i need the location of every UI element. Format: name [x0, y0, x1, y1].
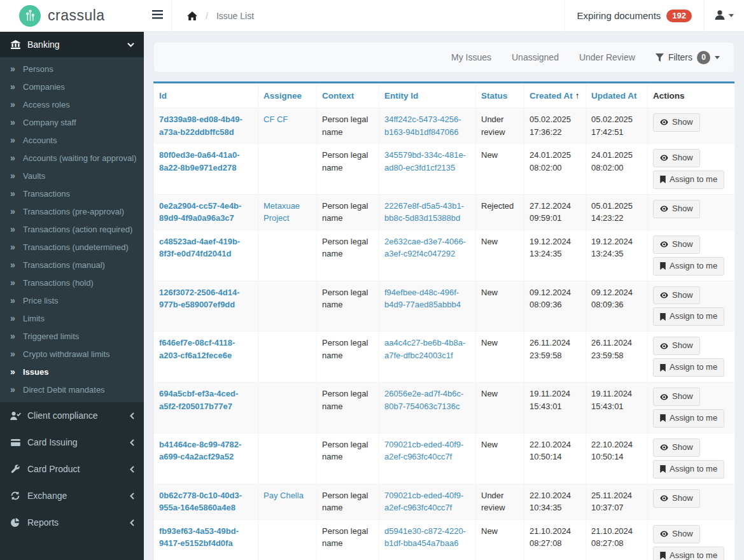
- home-icon[interactable]: [187, 11, 197, 20]
- column-header-created-at: Created At↑: [524, 84, 586, 108]
- sidebar-item-access-roles[interactable]: »Access roles: [0, 95, 144, 113]
- assign-to-me-button[interactable]: Assign to me: [653, 547, 724, 560]
- eye-icon: [660, 444, 668, 451]
- banking-submenu: »Persons»Companies»Access roles»Company …: [0, 57, 144, 402]
- breadcrumb-page: Issue List: [216, 11, 254, 21]
- sidebar-section-reports[interactable]: Reports: [0, 509, 144, 536]
- sidebar-section-exchange[interactable]: Exchange: [0, 482, 144, 509]
- assign-to-me-button[interactable]: Assign to me: [653, 171, 724, 189]
- sort-entity-id-link[interactable]: Entity Id: [384, 91, 418, 101]
- sort-id-link[interactable]: Id: [159, 91, 167, 101]
- issue-id-link[interactable]: 7d339a98-ed08-4b49-a73a-b22ddbffc58d: [159, 115, 242, 137]
- sidebar-item-transactions-action-required[interactable]: »Transactions (action required): [0, 220, 144, 238]
- show-button[interactable]: Show: [653, 286, 700, 305]
- assignee-link[interactable]: CF CF: [263, 115, 288, 124]
- table-row: f646ef7e-08cf-4118-a203-cf6a12fece6ePers…: [154, 332, 735, 382]
- tab-under-review[interactable]: Under Review: [579, 52, 635, 62]
- show-button[interactable]: Show: [653, 113, 700, 132]
- show-button[interactable]: Show: [653, 200, 700, 218]
- sidebar-section-card-product[interactable]: Card Product: [0, 456, 144, 482]
- assign-to-me-button[interactable]: Assign to me: [653, 257, 724, 276]
- sidebar-section-client-compliance[interactable]: Client compliance: [0, 402, 144, 429]
- tab-my-issues[interactable]: My Issues: [451, 52, 491, 62]
- brand[interactable]: crassula: [0, 0, 144, 31]
- created-at-cell: 09.12.2024 08:09:36: [524, 281, 586, 332]
- sort-assignee-link[interactable]: Assignee: [263, 91, 302, 101]
- sort-updated-at-link[interactable]: Updated At: [591, 91, 637, 101]
- created-at-cell: 27.12.2024 09:59:01: [524, 194, 586, 230]
- chevron-left-icon: [130, 439, 134, 446]
- show-button[interactable]: Show: [653, 438, 700, 457]
- issue-id-link[interactable]: 80f0ed3e-0a64-41a0-8a22-8b9e971ed278: [159, 150, 239, 172]
- entity-id-link[interactable]: 34ff242c-5473-4256-b163-94b1df847066: [384, 115, 461, 137]
- sidebar-item-accounts-waiting-for-approval[interactable]: »Accounts (waiting for approval): [0, 149, 144, 167]
- table-row: 80f0ed3e-0a64-41a0-8a22-8b9e971ed278Pers…: [154, 144, 735, 195]
- table-row: 0b62c778-0c10-40d3-955a-164e5860a4e8Pay …: [154, 484, 735, 519]
- sidebar-item-companies[interactable]: »Companies: [0, 78, 144, 95]
- sidebar-section-card-issuing[interactable]: Card Issuing: [0, 429, 144, 456]
- sidebar-item-issues[interactable]: »Issues: [0, 363, 144, 381]
- issue-id-link[interactable]: 694a5cbf-ef3a-4ced-a5f2-f205017b77e7: [159, 389, 238, 411]
- show-button[interactable]: Show: [653, 489, 700, 508]
- updated-at-cell: 19.12.2024 13:24:35: [586, 230, 648, 281]
- entity-id-link[interactable]: 345579bd-334c-481e-ad80-ec3fd1cf2135: [384, 150, 466, 172]
- show-button[interactable]: Show: [653, 525, 700, 543]
- show-button[interactable]: Show: [653, 149, 700, 167]
- status-cell: Under review: [476, 108, 524, 144]
- issue-id-link[interactable]: 0b62c778-0c10-40d3-955a-164e5860a4e8: [159, 491, 242, 513]
- show-button[interactable]: Show: [653, 388, 700, 406]
- sidebar-item-transactions-manual[interactable]: »Transactions (manual): [0, 256, 144, 274]
- table-row: c48523ad-4aef-419b-8f3f-e0d74fd2041dPers…: [154, 230, 735, 281]
- angle-double-right-icon: »: [8, 260, 18, 270]
- sidebar-item-vaults[interactable]: »Vaults: [0, 167, 144, 185]
- user-menu-button[interactable]: [705, 0, 744, 31]
- tab-unassigned[interactable]: Unassigned: [512, 52, 559, 62]
- sidebar-item-transactions-undetermined[interactable]: »Transactions (undetermined): [0, 238, 144, 256]
- sidebar-item-transactions[interactable]: »Transactions: [0, 185, 144, 202]
- assign-to-me-button[interactable]: Assign to me: [653, 358, 724, 377]
- sidebar-item-crypto-withdrawal-limits[interactable]: »Crypto withdrawal limits: [0, 345, 144, 363]
- entity-id-link[interactable]: f94efbee-d48c-496f-b4d9-77aed85abbb4: [384, 288, 461, 310]
- sidebar-item-persons[interactable]: »Persons: [0, 60, 144, 78]
- sidebar-item-limits[interactable]: »Limits: [0, 309, 144, 327]
- sort-context-link[interactable]: Context: [322, 91, 354, 101]
- updated-at-cell: 24.01.2025 08:02:00: [586, 144, 648, 195]
- issue-id-link[interactable]: 0e2a2904-cc57-4e4b-89d9-4f9a0a96a3c7: [159, 201, 241, 223]
- assign-to-me-button[interactable]: Assign to me: [653, 307, 724, 326]
- entity-id-link[interactable]: d5941e30-c872-4220-b1df-bba454a7baa6: [384, 526, 466, 549]
- expiring-documents-link[interactable]: Expiring documents 192: [565, 0, 705, 31]
- sidebar-item-direct-debit-mandates[interactable]: »Direct Debit mandates: [0, 381, 144, 398]
- show-button[interactable]: Show: [653, 235, 700, 254]
- entity-id-link[interactable]: 22267e8f-d5a5-43b1-bb8c-5d83d15388bd: [384, 201, 464, 223]
- assign-to-me-button[interactable]: Assign to me: [653, 409, 724, 428]
- sidebar-section-banking[interactable]: Banking: [0, 32, 144, 57]
- assignee-link[interactable]: Metaxuae Project: [263, 201, 300, 223]
- sort-created-at-link[interactable]: Created At: [530, 91, 573, 101]
- entity-id-link[interactable]: 26056e2e-ad7f-4b6c-80b7-754063c7136c: [384, 389, 463, 411]
- wrench-icon: [10, 465, 21, 473]
- issue-id-link[interactable]: b41464ce-8c99-4782-a699-c4a2acf29a52: [159, 440, 241, 462]
- entity-id-link[interactable]: 2e632cae-d3e7-4066-a3ef-c92f4c047292: [384, 237, 466, 259]
- sidebar-item-accounts[interactable]: »Accounts: [0, 131, 144, 149]
- sidebar-item-transactions-hold[interactable]: »Transactions (hold): [0, 274, 144, 291]
- assign-to-me-button[interactable]: Assign to me: [653, 460, 724, 479]
- assignee-link[interactable]: Pay Chella: [263, 491, 304, 500]
- issue-id-link[interactable]: c48523ad-4aef-419b-8f3f-e0d74fd2041d: [159, 237, 240, 259]
- filters-dropdown[interactable]: Filters 0: [656, 51, 720, 64]
- sort-status-link[interactable]: Status: [481, 91, 507, 101]
- actions-cell: Show: [648, 194, 735, 230]
- sidebar-toggle-button[interactable]: [144, 0, 172, 31]
- entity-id-link[interactable]: 709021cb-eded-40f9-a2ef-c963fc40cc7f: [384, 491, 463, 513]
- bookmark-icon: [660, 414, 666, 422]
- issue-id-link[interactable]: 126f3072-2506-4d14-977b-e589007ef9dd: [159, 288, 239, 310]
- issue-id-link[interactable]: f646ef7e-08cf-4118-a203-cf6a12fece6e: [159, 338, 235, 360]
- updated-at-cell: 26.11.2024 23:59:58: [586, 332, 648, 382]
- sidebar-item-triggered-limits[interactable]: »Triggered limits: [0, 327, 144, 345]
- sidebar-item-price-lists[interactable]: »Price lists: [0, 291, 144, 309]
- entity-id-link[interactable]: 709021cb-eded-40f9-a2ef-c963fc40cc7f: [384, 440, 463, 462]
- sidebar-item-company-staff[interactable]: »Company staff: [0, 113, 144, 131]
- show-button[interactable]: Show: [653, 337, 700, 355]
- issue-id-link[interactable]: fb93ef63-4a53-49bd-9417-e5152bf4d0fa: [159, 526, 239, 549]
- sidebar-item-transactions-pre-approval[interactable]: »Transactions (pre-approval): [0, 202, 144, 220]
- entity-id-link[interactable]: aa4c4c27-be6b-4b8a-a7fe-dfbc24003c1f: [384, 338, 465, 360]
